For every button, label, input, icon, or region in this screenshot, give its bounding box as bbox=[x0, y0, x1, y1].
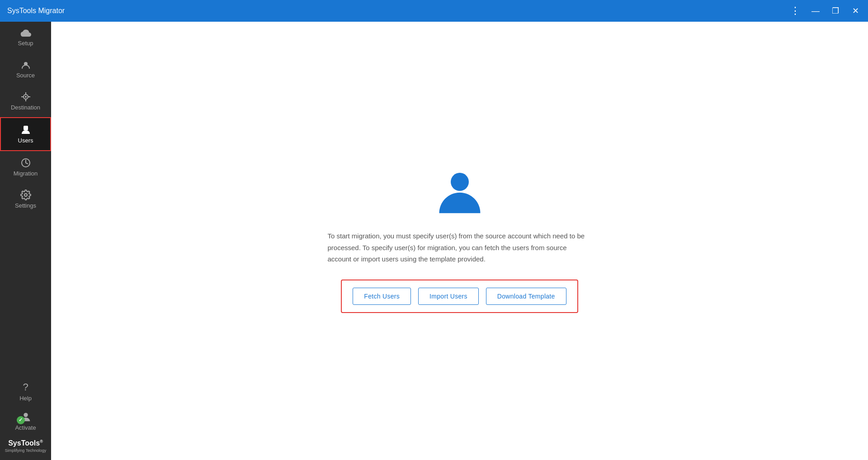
more-options-button[interactable]: ⋮ bbox=[790, 5, 801, 17]
sidebar-item-destination-label: Destination bbox=[11, 104, 40, 111]
migration-icon bbox=[20, 157, 31, 168]
app-title: SysTools Migrator bbox=[7, 7, 790, 15]
sidebar-item-source[interactable]: Source bbox=[0, 53, 51, 85]
brand-subtitle: Simplifying Technology bbox=[5, 448, 46, 453]
destination-icon bbox=[20, 91, 31, 102]
fetch-users-button[interactable]: Fetch Users bbox=[353, 288, 411, 305]
users-description: To start migration, you must specify use… bbox=[324, 230, 595, 265]
main-content: To start migration, you must specify use… bbox=[51, 22, 868, 460]
sidebar-item-users[interactable]: Users bbox=[0, 117, 51, 151]
sidebar-item-migration[interactable]: Migration bbox=[0, 151, 51, 183]
sidebar-item-help[interactable]: ? Help bbox=[0, 376, 51, 407]
titlebar: SysTools Migrator ⋮ — ❐ ✕ bbox=[0, 0, 868, 22]
sidebar-activate-label: Activate bbox=[15, 424, 36, 431]
sidebar-item-users-label: Users bbox=[18, 137, 33, 144]
user-avatar-illustration bbox=[433, 169, 487, 216]
activate-icon-wrap: ✓ bbox=[19, 411, 32, 423]
brand-name: SysTools® bbox=[5, 439, 46, 447]
action-buttons-container: Fetch Users Import Users Download Templa… bbox=[341, 280, 578, 313]
sidebar: Setup Source bbox=[0, 22, 51, 460]
sidebar-item-activate[interactable]: ✓ Activate bbox=[0, 407, 51, 435]
maximize-button[interactable]: ❐ bbox=[830, 5, 841, 16]
import-users-button[interactable]: Import Users bbox=[418, 288, 479, 305]
settings-icon bbox=[20, 190, 31, 200]
help-icon: ? bbox=[23, 381, 28, 393]
activate-check: ✓ bbox=[17, 416, 25, 424]
sidebar-item-source-label: Source bbox=[16, 72, 35, 79]
source-icon bbox=[20, 59, 31, 70]
sidebar-help-label: Help bbox=[19, 395, 32, 402]
sidebar-item-settings-label: Settings bbox=[15, 202, 36, 209]
sidebar-item-setup[interactable]: Setup bbox=[0, 22, 51, 53]
users-panel: To start migration, you must specify use… bbox=[324, 169, 595, 313]
download-template-button[interactable]: Download Template bbox=[486, 288, 566, 305]
users-icon bbox=[20, 124, 31, 135]
sidebar-bottom: ? Help ✓ Activate SysTools® bbox=[0, 376, 51, 460]
minimize-button[interactable]: — bbox=[810, 5, 821, 16]
svg-rect-7 bbox=[24, 126, 28, 130]
svg-point-11 bbox=[451, 173, 469, 191]
svg-point-9 bbox=[24, 194, 27, 196]
svg-point-2 bbox=[25, 96, 27, 98]
close-button[interactable]: ✕ bbox=[850, 5, 861, 16]
cloud-icon bbox=[20, 28, 31, 38]
window-controls: ⋮ — ❐ ✕ bbox=[790, 5, 861, 17]
sidebar-item-migration-label: Migration bbox=[14, 170, 38, 177]
sidebar-brand: SysTools® Simplifying Technology bbox=[1, 435, 50, 455]
sidebar-item-setup-label: Setup bbox=[18, 40, 33, 47]
sidebar-item-destination[interactable]: Destination bbox=[0, 85, 51, 117]
sidebar-item-settings[interactable]: Settings bbox=[0, 183, 51, 215]
app-body: Setup Source bbox=[0, 22, 868, 460]
svg-point-10 bbox=[24, 413, 28, 417]
